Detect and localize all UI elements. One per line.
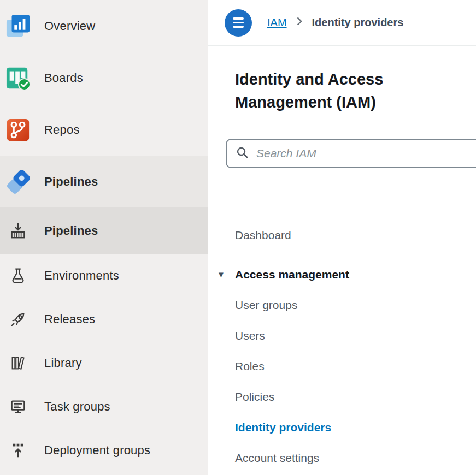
nav-section-label: Access management (235, 268, 349, 281)
library-icon (5, 350, 31, 376)
deployment-groups-icon (5, 437, 31, 464)
caret-down-icon: ▼ (217, 270, 225, 279)
search-icon (236, 146, 249, 161)
sidebar-item-task-groups[interactable]: Task groups (0, 385, 208, 429)
pipelines-build-icon (5, 218, 31, 244)
search-input[interactable] (255, 140, 476, 167)
sidebar-item-label: Environments (44, 269, 119, 283)
nav-item-identity-providers[interactable]: Identity providers (235, 412, 476, 443)
overview-icon (5, 13, 31, 39)
page-title: Identity and Access Management (IAM) (235, 68, 437, 114)
iam-nav: Dashboard ▼ Access management User group… (235, 220, 476, 473)
sidebar-item-library[interactable]: Library (0, 341, 208, 385)
divider (226, 200, 476, 200)
sidebar-item-deployment-groups[interactable]: Deployment groups (0, 429, 208, 472)
sidebar-item-overview[interactable]: Overview (0, 0, 208, 52)
releases-icon (5, 306, 31, 333)
sidebar-item-label: Boards (44, 71, 83, 85)
pipelines-rocket-icon (5, 169, 31, 195)
search-box[interactable] (226, 139, 476, 168)
iam-panel: IAM Identity providers Identity and Acce… (208, 0, 476, 475)
boards-icon (5, 65, 31, 91)
iam-nav-panel: Identity and Access Management (IAM) Das… (208, 46, 476, 473)
sidebar-item-label: Deployment groups (44, 443, 150, 458)
sidebar-item-repos[interactable]: Repos (0, 104, 208, 156)
sidebar-item-pipelines[interactable]: Pipelines (0, 156, 208, 207)
breadcrumb: IAM Identity providers (267, 15, 403, 30)
sidebar-item-label: Releases (44, 312, 95, 326)
sidebar-item-label: Overview (44, 19, 95, 33)
app-window: Overview Boards (0, 0, 476, 475)
task-groups-icon (5, 394, 31, 420)
nav-item-user-groups[interactable]: User groups (235, 290, 476, 320)
breadcrumb-link-iam[interactable]: IAM (267, 16, 287, 29)
sidebar-item-releases[interactable]: Releases (0, 298, 208, 341)
devops-sidebar: Overview Boards (0, 0, 208, 475)
nav-section-access-management[interactable]: ▼ Access management (235, 259, 476, 290)
nav-item-policies[interactable]: Policies (235, 382, 476, 412)
sidebar-item-label: Repos (44, 123, 80, 137)
menu-button[interactable] (225, 9, 252, 37)
breadcrumb-bar: IAM Identity providers (208, 0, 476, 46)
sidebar-item-label: Pipelines (44, 224, 98, 238)
sidebar-item-label: Task groups (44, 400, 110, 414)
hamburger-icon (233, 17, 244, 20)
nav-item-users[interactable]: Users (235, 320, 476, 351)
chevron-right-icon (293, 15, 305, 30)
nav-item-account-settings[interactable]: Account settings (235, 443, 476, 473)
breadcrumb-current: Identity providers (312, 16, 404, 29)
sidebar-item-boards[interactable]: Boards (0, 52, 208, 104)
sidebar-item-label: Library (44, 356, 82, 370)
sidebar-item-pipelines-selected[interactable]: Pipelines (0, 207, 208, 254)
environments-icon (5, 263, 31, 289)
sidebar-item-environments[interactable]: Environments (0, 254, 208, 298)
nav-item-roles[interactable]: Roles (235, 351, 476, 382)
nav-item-dashboard[interactable]: Dashboard (235, 220, 476, 251)
sidebar-item-label: Pipelines (44, 175, 98, 189)
repos-icon (5, 117, 31, 143)
